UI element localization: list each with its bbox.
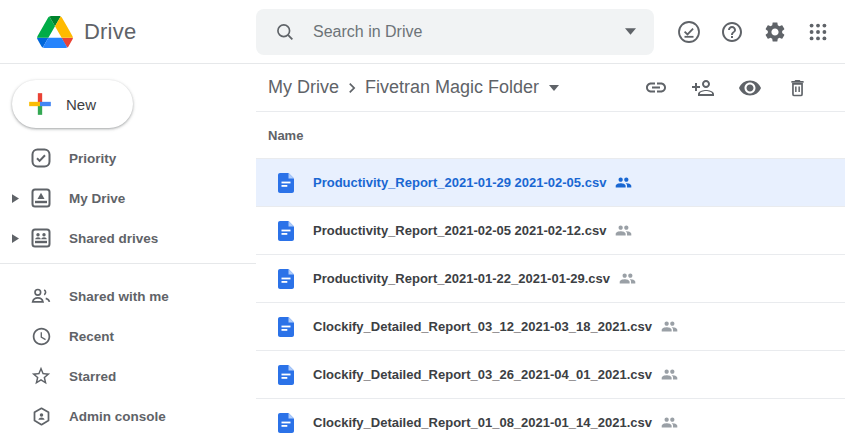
sidebar-item-my-drive[interactable]: My Drive	[0, 178, 256, 218]
trash-icon[interactable]	[785, 76, 809, 100]
shared-people-icon	[615, 174, 632, 191]
starred-icon	[30, 365, 52, 387]
preview-icon[interactable]	[738, 76, 762, 100]
csv-file-icon	[278, 317, 294, 337]
sidebar: New Priority My D	[0, 64, 256, 439]
file-row[interactable]: Clockify_Detailed_Report_03_26_2021-04_0…	[256, 351, 845, 399]
sidebar-item-shared-with-me[interactable]: Shared with me	[0, 276, 256, 316]
file-row[interactable]: Productivity_Report_2021-01-29 2021-02-0…	[256, 159, 845, 207]
offline-ready-icon[interactable]	[677, 20, 701, 44]
breadcrumb: My Drive Fivetran Magic Folder	[256, 64, 845, 112]
column-header-name[interactable]: Name	[256, 112, 845, 159]
new-button[interactable]: New	[12, 80, 133, 128]
shared-drives-icon	[30, 228, 52, 248]
drive-brand[interactable]: Drive	[0, 16, 256, 48]
file-row[interactable]: Productivity_Report_2021-02-05 2021-02-1…	[256, 207, 845, 255]
folder-menu-caret-icon[interactable]	[549, 85, 559, 91]
shared-people-icon	[661, 414, 678, 431]
help-icon[interactable]	[720, 20, 744, 44]
sidebar-item-label: Recent	[69, 329, 114, 344]
csv-file-icon	[278, 221, 294, 241]
search-options-caret-icon[interactable]	[625, 28, 636, 35]
settings-icon[interactable]	[763, 20, 787, 44]
shared-people-icon	[619, 270, 636, 287]
search-icon[interactable]	[275, 22, 295, 42]
file-name: Clockify_Detailed_Report_03_26_2021-04_0…	[313, 367, 652, 382]
csv-file-icon	[278, 269, 294, 289]
shared-people-icon	[661, 318, 678, 335]
sidebar-item-label: My Drive	[69, 191, 125, 206]
file-row[interactable]: Clockify_Detailed_Report_01_08_2021-01_1…	[256, 399, 845, 439]
file-name: Productivity_Report_2021-02-05 2021-02-1…	[313, 223, 606, 238]
sidebar-item-priority[interactable]: Priority	[0, 138, 256, 178]
search-bar[interactable]	[256, 9, 654, 55]
app-title: Drive	[84, 19, 136, 45]
file-name: Productivity_Report_2021-01-29 2021-02-0…	[313, 175, 606, 190]
search-input[interactable]	[311, 22, 625, 42]
sidebar-item-label: Priority	[69, 151, 116, 166]
header-actions	[677, 20, 830, 44]
top-app-bar: Drive	[0, 0, 845, 64]
sidebar-divider	[0, 263, 256, 264]
expand-caret-icon[interactable]	[12, 194, 20, 203]
recent-icon	[30, 326, 52, 347]
file-name: Clockify_Detailed_Report_03_12_2021-03_1…	[313, 319, 652, 334]
my-drive-icon	[30, 188, 52, 208]
sidebar-item-recent[interactable]: Recent	[0, 316, 256, 356]
breadcrumb-parent[interactable]: My Drive	[268, 77, 339, 98]
file-name: Productivity_Report_2021-01-22_2021-01-2…	[313, 271, 610, 286]
breadcrumb-current[interactable]: Fivetran Magic Folder	[365, 77, 539, 98]
file-row[interactable]: Clockify_Detailed_Report_03_12_2021-03_1…	[256, 303, 845, 351]
chevron-right-icon	[342, 78, 362, 98]
csv-file-icon	[278, 413, 294, 433]
sidebar-item-label: Admin console	[69, 409, 166, 424]
csv-file-icon	[278, 365, 294, 385]
column-header-label: Name	[268, 128, 303, 143]
expand-caret-icon[interactable]	[12, 234, 20, 243]
shared-people-icon	[615, 222, 632, 239]
new-plus-icon	[27, 91, 53, 117]
sidebar-item-label: Starred	[69, 369, 116, 384]
sidebar-item-admin-console[interactable]: Admin console	[0, 396, 256, 436]
new-button-label: New	[66, 96, 96, 113]
link-icon[interactable]	[644, 76, 668, 100]
priority-icon	[30, 148, 52, 168]
add-person-icon[interactable]	[691, 76, 715, 100]
shared-with-me-icon	[30, 286, 52, 306]
file-name: Clockify_Detailed_Report_01_08_2021-01_1…	[313, 415, 652, 430]
csv-file-icon	[278, 173, 294, 193]
shared-people-icon	[661, 366, 678, 383]
file-row[interactable]: Productivity_Report_2021-01-22_2021-01-2…	[256, 255, 845, 303]
sidebar-item-label: Shared with me	[69, 289, 169, 304]
folder-toolbar	[644, 76, 809, 100]
main-content: My Drive Fivetran Magic Folder	[256, 64, 845, 439]
sidebar-item-shared-drives[interactable]: Shared drives	[0, 218, 256, 258]
apps-grid-icon[interactable]	[806, 20, 830, 44]
file-list: Productivity_Report_2021-01-29 2021-02-0…	[256, 159, 845, 439]
sidebar-item-starred[interactable]: Starred	[0, 356, 256, 396]
admin-console-icon	[30, 406, 52, 427]
drive-logo-icon	[37, 16, 73, 48]
sidebar-item-label: Shared drives	[69, 231, 158, 246]
